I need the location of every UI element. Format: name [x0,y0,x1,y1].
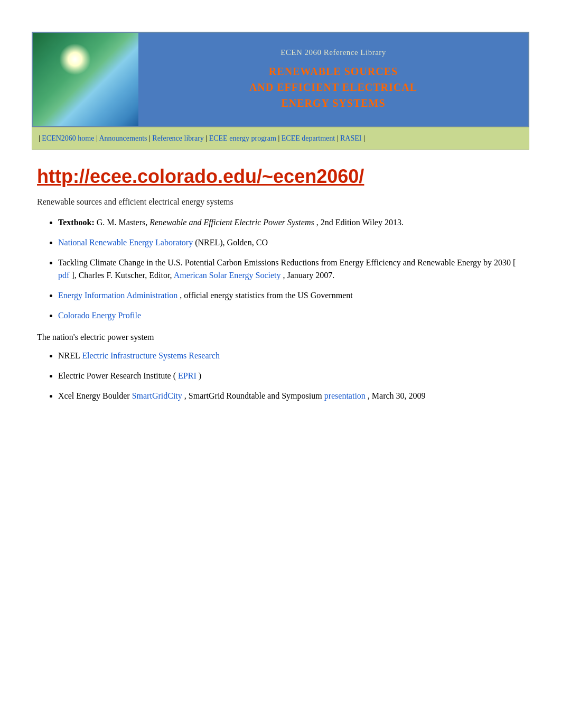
colorado-link[interactable]: Colorado Energy Profile [58,311,141,320]
ases-link[interactable]: American Solar Energy Society [174,271,281,280]
epri-after: ) [199,371,201,380]
textbook-author: G. M. Masters, [97,218,149,227]
main-url-link[interactable]: http://ecee.colorado.edu/~ecen2060/ [37,165,364,187]
list-item-epri: Electric Power Research Institute ( EPRI… [58,370,524,382]
eia-text: , official energy statistics from the US… [180,291,352,300]
climate-text-3: , January 2007. [283,271,335,280]
epri-before: Electric Power Research Institute ( [58,371,176,380]
nav-item-announcements[interactable]: Announcements [99,134,147,142]
list-item-eia: Energy Information Administration , offi… [58,289,524,302]
header-banner: ECEN 2060 Reference Library RENEWABLE SO… [32,32,529,127]
textbook-title: Renewable and Efficient Electric Power S… [149,218,314,227]
nav-item-ecee-dept[interactable]: ECEE department [282,134,335,142]
nav-separator-end: | [363,134,365,142]
epri-link[interactable]: EPRI [178,371,197,380]
header-title: RENEWABLE SOURCES AND EFFICIENT ELECTRIC… [249,63,417,111]
eisr-prefix: NREL [58,351,82,360]
main-content: http://ecee.colorado.edu/~ecen2060/ Rene… [32,150,529,434]
smartgrid-middle: , SmartGrid Roundtable and Symposium [184,391,324,400]
nav-item-rasei[interactable]: RASEI [340,134,361,142]
list-item-nrel: National Renewable Energy Laboratory (NR… [58,236,524,249]
main-url[interactable]: http://ecee.colorado.edu/~ecen2060/ [37,165,524,188]
list-item-nrel-eisr: NREL Electric Infrastructure Systems Res… [58,349,524,362]
intro-text: Renewable sources and efficient electric… [37,197,524,207]
list-item-climate: Tackling Climate Change in the U.S. Pote… [58,256,524,282]
header-subtitle: ECEN 2060 Reference Library [280,48,386,57]
header-title-line3: ENERGY SYSTEMS [249,95,417,111]
nav-item-reference-library[interactable]: Reference library [152,134,204,142]
climate-pdf-link[interactable]: pdf [58,271,69,280]
smartgrid-before: Xcel Energy Boulder [58,391,132,400]
climate-text-2: ], Charles F. Kutscher, Editor, [71,271,173,280]
nrel-link[interactable]: National Renewable Energy Laboratory [58,238,193,247]
presentation-link[interactable]: presentation [324,391,366,400]
smartgridcity-link[interactable]: SmartGridCity [132,391,182,400]
header-text-area: ECEN 2060 Reference Library RENEWABLE SO… [138,33,528,126]
section1-list: Textbook: G. M. Masters, Renewable and E… [58,216,524,322]
list-item-textbook: Textbook: G. M. Masters, Renewable and E… [58,216,524,229]
header-image [33,33,138,126]
header-title-line1: RENEWABLE SOURCES [249,63,417,79]
nav-bar: | ECEN2060 home | Announcements | Refere… [32,127,529,150]
eia-link[interactable]: Energy Information Administration [58,291,177,300]
nrel-text: (NREL), Golden, CO [195,238,268,247]
nav-item-energy-program[interactable]: ECEE energy program [209,134,276,142]
section2-heading: The nation's electric power system [37,333,524,342]
textbook-edition: , 2nd Edition Wiley 2013. [316,218,404,227]
list-item-colorado: Colorado Energy Profile [58,309,524,322]
section2-list: NREL Electric Infrastructure Systems Res… [58,349,524,402]
smartgrid-after: , March 30, 2009 [368,391,426,400]
nav-item-home[interactable]: ECEN2060 home [42,134,94,142]
eisr-link[interactable]: Electric Infrastructure Systems Research [82,351,220,360]
textbook-label: Textbook: [58,218,95,227]
page-wrapper: ECEN 2060 Reference Library RENEWABLE SO… [0,32,561,434]
climate-text-1: Tackling Climate Change in the U.S. Pote… [58,258,516,267]
list-item-smartgrid: Xcel Energy Boulder SmartGridCity , Smar… [58,390,524,402]
header-title-line2: AND EFFICIENT ELECTRICAL [249,79,417,95]
